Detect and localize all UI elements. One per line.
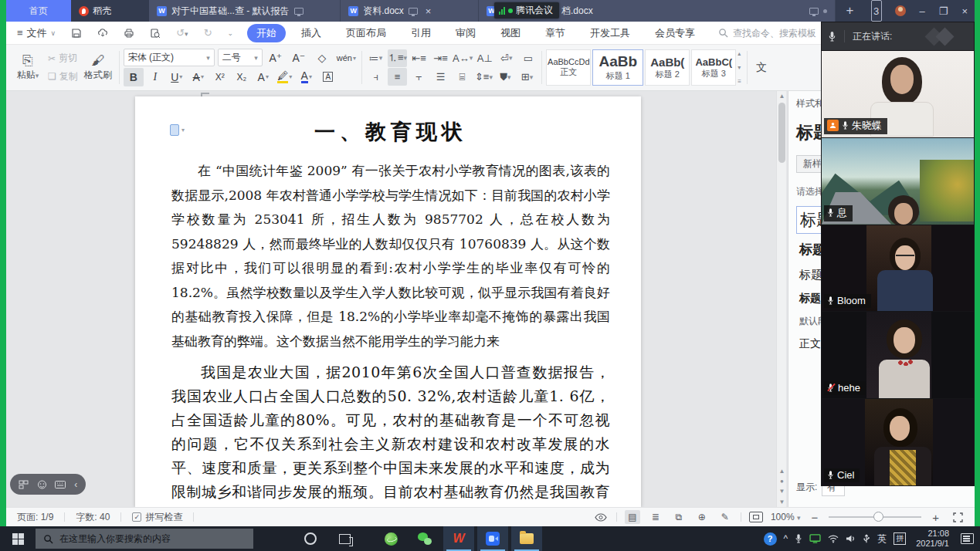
numbered-list-icon[interactable]: ⒈≡▾ xyxy=(388,49,407,67)
eye-protect-mode-icon[interactable] xyxy=(593,510,609,524)
vertical-scrollbar[interactable]: ▲ ▲ ● ▼ ▼ xyxy=(776,91,786,507)
participant-video[interactable]: 息 xyxy=(822,137,974,225)
ribbon-tab-review[interactable]: 审阅 xyxy=(446,24,485,42)
underline-button[interactable]: U▾ xyxy=(167,68,187,86)
web-view-icon[interactable]: ⊕ xyxy=(694,510,710,524)
redo-icon[interactable]: ↻ xyxy=(204,27,212,39)
document-page[interactable]: ▾ 一、教育现状 在 “中国统计年鉴 2009” 有一张关于农村小学教育情况的图… xyxy=(135,96,641,507)
ribbon-tab-page-layout[interactable]: 页面布局 xyxy=(337,24,395,42)
zoom-in-icon[interactable]: + xyxy=(929,511,942,524)
distribute-icon[interactable]: ⌸ xyxy=(453,68,472,86)
close-button[interactable]: × xyxy=(955,0,975,22)
ime-mode-indicator[interactable]: 拼 xyxy=(894,532,906,545)
zoom-level[interactable]: 100% ▾ xyxy=(771,512,801,522)
read-mode-icon[interactable]: ⧉ xyxy=(671,510,687,524)
ribbon-tab-view[interactable]: 视图 xyxy=(491,24,530,42)
participant-video[interactable]: hehe xyxy=(822,311,974,398)
style-heading1[interactable]: AaBb 标题 1 xyxy=(592,49,643,86)
tencent-meeting-app-icon[interactable] xyxy=(477,526,508,551)
ribbon-tab-developer[interactable]: 开发工具 xyxy=(581,24,639,42)
character-shading-button[interactable]: A xyxy=(318,68,338,86)
style-heading3[interactable]: AaBbC( 标题 3 xyxy=(691,49,736,86)
cut-button[interactable]: ✂剪切 xyxy=(48,52,78,65)
align-center-icon[interactable]: ≡ xyxy=(388,68,407,86)
scroll-up-icon[interactable]: ▲ xyxy=(777,91,787,101)
strikethrough-button[interactable]: A▾ xyxy=(188,68,209,86)
tab-docer[interactable]: 稻壳 xyxy=(71,0,149,22)
participant-video[interactable]: Ciel xyxy=(822,398,974,485)
page-view-icon[interactable]: ▤ xyxy=(625,510,640,524)
line-spacing-icon[interactable]: ⇕≡▾ xyxy=(474,68,493,86)
wrap-icon[interactable]: ⏎▾ xyxy=(497,49,516,67)
fullscreen-icon[interactable] xyxy=(950,510,965,524)
borders-icon[interactable]: ⊞▾ xyxy=(517,68,537,86)
style-picker-icon[interactable]: ▾ xyxy=(170,124,185,136)
wifi-icon[interactable] xyxy=(828,534,839,543)
outline-view-icon[interactable]: ≣ xyxy=(648,510,663,524)
paste-button[interactable]: ⎘ 粘贴▾ xyxy=(11,48,45,87)
language-indicator[interactable]: 英 xyxy=(877,532,887,546)
zoom-slider[interactable] xyxy=(829,516,921,518)
justify-icon[interactable]: ☰ xyxy=(431,68,450,86)
print-preview-icon[interactable] xyxy=(150,28,161,39)
tab-document-1[interactable]: W 对于中国基础...查 - 默认报告 xyxy=(149,0,341,22)
ribbon-tab-membership[interactable]: 会员专享 xyxy=(646,24,704,42)
ribbon-tab-references[interactable]: 引用 xyxy=(402,24,440,42)
browser-icon[interactable] xyxy=(375,526,406,551)
floating-mini-toolbar[interactable]: ‹ xyxy=(10,474,86,495)
scroll-down-icon[interactable]: ▼ xyxy=(777,497,787,507)
pinyin-guide-icon[interactable]: wén▾ xyxy=(335,49,358,67)
style-heading2[interactable]: AaBb( 标题 2 xyxy=(645,49,690,86)
wps-app-icon[interactable]: W xyxy=(443,526,474,551)
ribbon-tab-section[interactable]: 章节 xyxy=(536,24,575,42)
collapse-icon[interactable]: ‹ xyxy=(74,479,77,490)
text-tool-button[interactable]: 文 xyxy=(751,48,771,87)
style-normal[interactable]: AaBbCcDd 正文 xyxy=(546,49,591,86)
participant-video[interactable]: Bloom xyxy=(822,225,974,312)
output-icon[interactable] xyxy=(97,28,108,39)
account-avatar[interactable] xyxy=(888,0,913,22)
align-left-icon[interactable]: ⫞ xyxy=(366,68,385,86)
comment-mode-icon[interactable] xyxy=(19,480,29,489)
tab-document-2[interactable]: W 资料.docx × xyxy=(341,0,479,22)
format-painter-button[interactable]: 🖌 格式刷 xyxy=(81,48,115,87)
highlight-color-button[interactable]: 🖉▾ xyxy=(275,68,295,86)
usb-icon[interactable] xyxy=(863,534,870,544)
character-scale-icon[interactable]: A↔▾ xyxy=(453,49,473,67)
tab-document-3[interactable]: W 腾讯会议 档.docx xyxy=(479,0,836,22)
gallery-scroll-arrows[interactable]: ▴▾≡ xyxy=(736,48,743,87)
present-icon[interactable] xyxy=(809,8,819,15)
task-view-icon[interactable] xyxy=(329,526,360,551)
tencent-meeting-panel[interactable]: 正在讲话: 朱晓蝶 息 xyxy=(821,22,975,486)
ribbon-tab-home[interactable]: 开始 xyxy=(247,24,286,42)
customize-toolbar-icon[interactable]: ⌄ xyxy=(228,29,234,37)
next-page-icon[interactable]: ▼ xyxy=(777,486,787,496)
previous-page-icon[interactable]: ▲ xyxy=(777,466,787,476)
tencent-meeting-float-bar[interactable]: 腾讯会议 xyxy=(494,2,559,19)
wechat-icon[interactable] xyxy=(409,526,440,551)
file-explorer-icon[interactable] xyxy=(511,526,542,551)
close-tab-icon[interactable]: × xyxy=(426,5,432,17)
shading-icon[interactable]: ⛊▾ xyxy=(496,68,515,86)
new-tab-button[interactable]: + xyxy=(836,0,865,22)
undo-icon[interactable]: ↺▾ xyxy=(176,27,188,39)
taskbar-clock[interactable]: 21:08 2021/9/1 xyxy=(913,529,952,549)
font-size-select[interactable]: 二号▾ xyxy=(218,49,263,66)
zoom-out-icon[interactable]: − xyxy=(808,511,821,524)
font-name-select[interactable]: 宋体 (正文)▾ xyxy=(124,49,215,66)
start-button[interactable] xyxy=(0,526,36,551)
participant-video[interactable]: 朱晓蝶 xyxy=(822,50,974,137)
volume-icon[interactable] xyxy=(846,534,856,543)
spellcheck-toggle[interactable]: ✓ 拼写检查 xyxy=(121,511,193,524)
tab-home[interactable]: 首页 xyxy=(6,0,71,22)
copy-button[interactable]: ❏复制 xyxy=(48,70,78,83)
scrollbar-thumb[interactable] xyxy=(778,103,785,163)
eye-protect-icon[interactable] xyxy=(37,480,47,489)
word-count[interactable]: 字数: 40 xyxy=(65,511,120,524)
tray-mic-icon[interactable] xyxy=(795,533,802,544)
cortana-icon[interactable] xyxy=(295,526,326,551)
present-icon[interactable] xyxy=(294,8,303,15)
help-icon[interactable]: ? xyxy=(764,532,777,546)
edit-mode-icon[interactable]: ✎ xyxy=(717,510,733,524)
page-indicator[interactable]: 页面: 1/9 xyxy=(6,511,64,524)
